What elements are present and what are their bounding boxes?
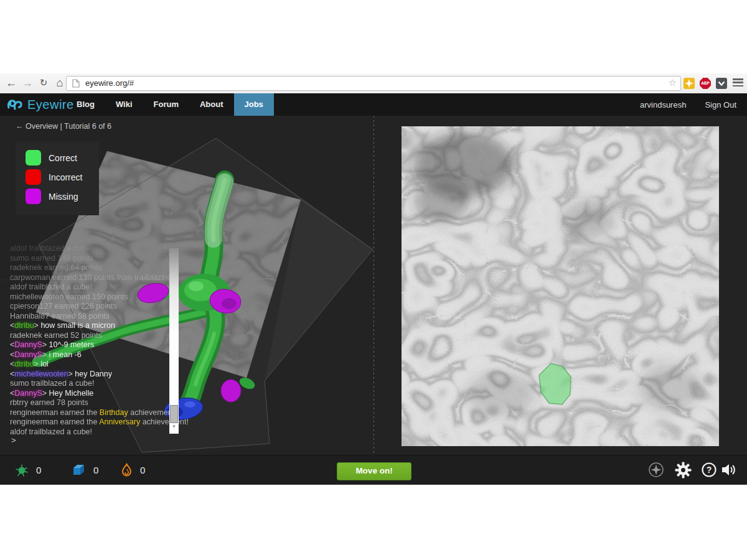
legend-row-missing: Missing — [26, 189, 99, 204]
extension-yellow-icon[interactable] — [684, 78, 695, 89]
chat-message: <DannyS> Hey Michelle — [10, 389, 189, 399]
chat-log: aldof trailblazed a cube!sumo earned 148… — [10, 244, 189, 437]
em-texture — [402, 126, 719, 446]
chat-message: rbtrry earned 78 points — [10, 398, 189, 408]
slider-arrow-down-icon[interactable]: ▾ — [169, 423, 179, 429]
nav-wiki[interactable]: Wiki — [105, 93, 143, 116]
star-glyph — [684, 78, 695, 89]
chat-message: Hannibal87 earned 58 points — [10, 312, 189, 322]
nav-blog[interactable]: Blog — [66, 93, 105, 116]
depth-slider-thumb[interactable] — [170, 405, 178, 423]
chat-message: rengineerman earned the Anniversary achi… — [10, 418, 189, 427]
points-counter: 0 — [15, 455, 41, 485]
bookmark-star-icon[interactable]: ☆ — [669, 77, 677, 88]
legend-row-incorrect: Incorrect — [26, 169, 99, 185]
streak-value: 0 — [140, 465, 145, 475]
nav-about[interactable]: About — [189, 93, 234, 116]
chat-message: aldof trailblazed a cube! — [10, 427, 189, 437]
panel-divider — [374, 116, 374, 455]
chat-message: cpierson127 earned 226 points — [10, 302, 189, 312]
eyewire-header: Eyewire Blog Wiki Forum About Jobs arvin… — [0, 93, 747, 116]
chat-message: <michellewooten> hey Danny — [10, 370, 189, 380]
neuron-icon — [15, 464, 29, 477]
browser-home-button[interactable]: ⌂ — [52, 73, 67, 93]
chat-message: aldof trailblazed a cube! — [10, 244, 189, 254]
breadcrumb[interactable]: ← Overview | Tutorial 6 of 6 — [16, 122, 111, 131]
legend-swatch-missing — [26, 189, 41, 204]
nav-jobs[interactable]: Jobs — [234, 93, 274, 116]
chat-input-prompt[interactable]: > — [11, 436, 16, 445]
chrome-menu-icon[interactable] — [733, 78, 743, 88]
volume-icon[interactable] — [721, 462, 738, 478]
points-value: 0 — [36, 465, 41, 475]
pocket-icon[interactable] — [716, 78, 727, 89]
chat-message: carpwoman earned 130 points from trailbl… — [10, 273, 189, 283]
chat-message: sumo earned 148 points — [10, 254, 189, 264]
address-bar[interactable]: eyewire.org/# ☆ — [66, 76, 681, 91]
legend-label: Correct — [49, 153, 77, 163]
cube-icon — [71, 463, 86, 478]
main-nav: Blog Wiki Forum About Jobs — [66, 93, 274, 116]
em-slice-image[interactable] — [402, 126, 719, 446]
eyewire-logo-icon — [6, 97, 23, 112]
chat-message: <DannyS> i mean -6 — [10, 350, 189, 360]
streak-counter: 0 — [121, 455, 145, 485]
depth-slider-track[interactable]: ▾ — [169, 248, 179, 434]
sign-out-link[interactable]: Sign Out — [705, 100, 736, 110]
legend-swatch-correct — [26, 150, 41, 166]
adblock-plus-icon[interactable]: ABP — [700, 78, 711, 89]
main-workspace: ← Overview | Tutorial 6 of 6 Correct Inc… — [0, 116, 747, 455]
chat-message: michellewooten earned 150 points — [10, 292, 189, 302]
screenshot-root: { "browser": { "url": "eyewire.org/#", "… — [0, 0, 747, 560]
chat-message: <DannyS> 10^-9 meters — [10, 340, 189, 350]
eyewire-logo[interactable]: Eyewire — [6, 93, 74, 116]
chat-message: radeknek earned 52 points — [10, 331, 189, 341]
page-doc-icon — [72, 79, 80, 88]
flame-icon — [121, 463, 133, 478]
header-user-area: arvindsuresh Sign Out — [640, 93, 736, 116]
bottom-bar: 0 0 0 Move on! — [0, 455, 747, 485]
legend-swatch-incorrect — [26, 169, 41, 185]
username-link[interactable]: arvindsuresh — [640, 100, 686, 110]
cubes-value: 0 — [93, 465, 98, 475]
url-text[interactable]: eyewire.org/# — [85, 78, 134, 88]
help-icon[interactable]: ? — [701, 462, 717, 478]
browser-refresh-button[interactable]: ↻ — [36, 73, 51, 93]
cubes-counter: 0 — [71, 455, 98, 485]
legend-label: Missing — [49, 192, 78, 202]
browser-toolbar: ← → ↻ ⌂ eyewire.org/# ☆ ABP — [0, 73, 747, 94]
chat-message: sumo trailblazed a cube! — [10, 379, 189, 389]
legend-label: Incorrect — [49, 172, 82, 182]
chat-message: <dtribu> how small is a micron — [10, 321, 189, 331]
legend-panel: Correct Incorrect Missing — [16, 142, 99, 215]
legend-row-correct: Correct — [26, 150, 99, 166]
browser-forward-button[interactable]: → — [20, 73, 35, 93]
chat-message: <dtribu> lol — [10, 360, 189, 370]
browser-back-button[interactable]: ← — [4, 73, 19, 93]
chat-message: rengineerman earned the Birthday achieve… — [10, 408, 189, 418]
chevron-down-icon — [716, 78, 727, 89]
chat-message: aldof trailblazed a cube! — [10, 282, 189, 292]
svg-text:?: ? — [707, 465, 712, 475]
compass-icon[interactable] — [648, 462, 664, 478]
nav-forum[interactable]: Forum — [143, 93, 189, 116]
chat-message: radeknek earned 64 points — [10, 263, 189, 273]
move-on-button[interactable]: Move on! — [337, 462, 411, 480]
settings-gear-icon[interactable] — [674, 461, 692, 479]
